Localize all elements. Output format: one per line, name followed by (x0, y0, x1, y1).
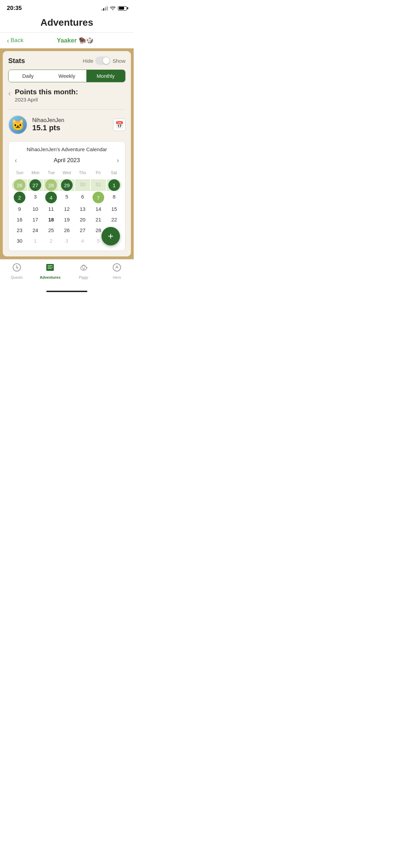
calendar-day[interactable]: 31 (91, 179, 106, 191)
calendar-next-button[interactable]: › (114, 156, 122, 164)
weekday-thu: Thu (75, 169, 90, 177)
calendar-day[interactable]: 4 (44, 192, 59, 203)
stats-toggle[interactable] (95, 57, 110, 65)
calendar-day[interactable]: 18 (44, 215, 59, 225)
calendar-day[interactable]: 25 (44, 225, 59, 235)
stats-card: Stats Hide Show Daily Weekly Monthly ‹ P… (3, 51, 131, 256)
home-bar (46, 291, 87, 292)
calendar-title: NihaoJenJen's Adventure Calendar (12, 146, 122, 152)
adventures-label: Adventures (40, 275, 61, 279)
tab-daily[interactable]: Daily (9, 70, 47, 82)
calendar-day[interactable]: 16 (12, 215, 27, 225)
calendar-day[interactable]: 27 (75, 225, 90, 235)
calendar-day[interactable]: 3 (59, 236, 74, 246)
calendar-day[interactable]: 23 (12, 225, 27, 235)
calendar-month: April 2023 (54, 157, 80, 164)
calendar-prev-button[interactable]: ‹ (12, 156, 20, 164)
user-info: NihaoJenJen 15.1 pts (32, 117, 108, 132)
calendar-day[interactable]: 8 (107, 192, 122, 203)
calendar-day[interactable]: 21 (91, 215, 106, 225)
section-divider (8, 109, 125, 110)
piggy-icon (79, 263, 88, 274)
calendar-day[interactable]: 30 (75, 179, 90, 191)
toggle-row: Hide Show (83, 57, 125, 65)
tab-monthly[interactable]: Monthly (86, 70, 125, 82)
calendar-day[interactable]: 1 (28, 236, 43, 246)
bottom-nav-quests[interactable]: Quests (0, 263, 34, 279)
calendar-day[interactable]: 9 (12, 204, 27, 214)
user-points: 15.1 pts (32, 123, 108, 132)
add-button[interactable]: + (101, 227, 120, 245)
back-button[interactable]: ‹ Back (7, 37, 23, 44)
wifi-icon (110, 5, 116, 11)
calendar-icon-button[interactable]: 📅 (113, 119, 125, 131)
svg-point-4 (84, 267, 85, 268)
calendar-day[interactable]: 2 (12, 192, 27, 203)
calendar-day[interactable]: 11 (44, 204, 59, 214)
content-area: Stats Hide Show Daily Weekly Monthly ‹ P… (0, 48, 134, 259)
bottom-nav-hero[interactable]: Hero (100, 263, 134, 279)
bottom-nav-adventures[interactable]: Adventures (34, 263, 67, 279)
calendar-weekdays: Sun Mon Tue Wed Thu Fri Sat (12, 169, 122, 177)
app-title: Adventures (0, 14, 134, 32)
weekday-fri: Fri (90, 169, 106, 177)
calendar-day[interactable]: 4 (75, 236, 90, 246)
back-chevron-icon: ‹ (7, 37, 9, 44)
stats-title: Stats (8, 57, 25, 65)
calendar-day[interactable]: 2 (44, 236, 59, 246)
calendar-day[interactable]: 17 (28, 215, 43, 225)
svg-point-5 (83, 268, 84, 269)
back-label: Back (11, 37, 24, 44)
points-prev-button[interactable]: ‹ (8, 89, 11, 98)
calendar-day[interactable]: 20 (75, 215, 90, 225)
calendar-day[interactable]: 22 (107, 215, 122, 225)
calendar-day[interactable]: 26 (12, 179, 27, 191)
battery-icon (118, 6, 127, 11)
calendar-day[interactable]: 3 (28, 192, 43, 203)
calendar-day[interactable]: 19 (59, 215, 74, 225)
weekday-wed: Wed (59, 169, 75, 177)
calendar-day[interactable]: 13 (75, 204, 90, 214)
calendar-day[interactable]: 5 (59, 192, 74, 203)
hero-icon (112, 263, 121, 274)
piggy-label: Piggy (79, 275, 88, 279)
calendar-day[interactable]: 27 (28, 179, 43, 191)
bottom-nav-piggy[interactable]: Piggy (67, 263, 100, 279)
calendar-day[interactable]: 7 (91, 192, 106, 203)
stats-header: Stats Hide Show (8, 57, 125, 65)
calendar-day[interactable]: 12 (59, 204, 74, 214)
adventures-icon (46, 263, 54, 274)
points-heading: Points this month: (15, 88, 78, 96)
calendar-day[interactable]: 10 (28, 204, 43, 214)
tab-weekly[interactable]: Weekly (47, 70, 86, 82)
weekday-sun: Sun (12, 169, 28, 177)
user-label: Yaaker 🦬🎲 (23, 37, 127, 44)
points-date: 2023 April (15, 97, 78, 103)
calendar-wrapper: NihaoJenJen's Adventure Calendar ‹ April… (8, 141, 125, 251)
hide-label: Hide (83, 58, 94, 64)
home-indicator (0, 286, 134, 297)
weekday-sat: Sat (106, 169, 122, 177)
bottom-nav: Quests Adventures Piggy (0, 259, 134, 286)
user-name: NihaoJenJen (32, 117, 108, 123)
signal-icon (101, 6, 108, 11)
calendar-day[interactable]: 30 (12, 236, 27, 246)
points-section: ‹ Points this month: 2023 April (8, 88, 125, 103)
calendar-day[interactable]: 1 (107, 179, 122, 191)
stats-tab-bar: Daily Weekly Monthly (8, 70, 125, 82)
calendar-day[interactable]: 29 (59, 179, 74, 191)
toggle-knob (103, 57, 110, 64)
calendar-day[interactable]: 28 (44, 179, 59, 191)
nav-bar: ‹ Back Yaaker 🦬🎲 (0, 33, 134, 48)
calendar-day[interactable]: 14 (91, 204, 106, 214)
quests-label: Quests (11, 275, 23, 279)
calendar-nav: ‹ April 2023 › (12, 156, 122, 164)
calendar-day[interactable]: 15 (107, 204, 122, 214)
calendar-day[interactable]: 24 (28, 225, 43, 235)
status-icons (101, 5, 127, 11)
calendar-day[interactable]: 6 (75, 192, 90, 203)
quests-icon (12, 263, 21, 274)
calendar-day[interactable]: 26 (59, 225, 74, 235)
avatar: 🐱 (8, 115, 27, 134)
weekday-mon: Mon (28, 169, 44, 177)
